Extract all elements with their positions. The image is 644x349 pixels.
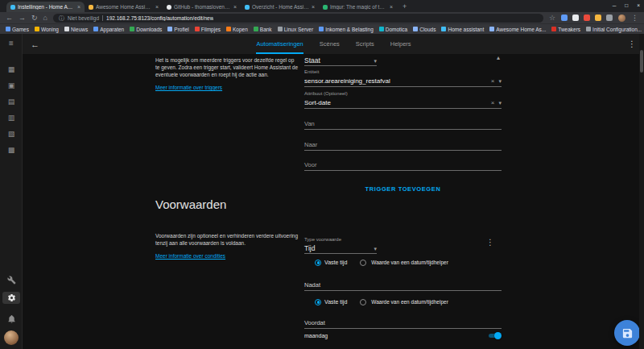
sidebar-item-icon[interactable]: ▣: [0, 77, 23, 93]
from-input[interactable]: Van: [304, 118, 502, 130]
condition-type-select[interactable]: Tijd ▾: [304, 243, 377, 254]
save-fab-button[interactable]: [614, 320, 640, 346]
weekday-toggle[interactable]: [488, 332, 502, 339]
sidebar-item-icon[interactable]: ▥: [0, 110, 23, 126]
window-maximize-button[interactable]: □: [625, 2, 628, 8]
trigger-info-link[interactable]: Meer informatie over triggers: [155, 85, 222, 90]
bookmark-item[interactable]: Profiel: [167, 27, 188, 32]
entity-value: sensor.areareiniging_restafval: [304, 77, 487, 85]
sidebar-item-icon[interactable]: ▩: [0, 142, 23, 158]
browser-tab-imgur[interactable]: Imgur: The magic of the Internet ×: [319, 2, 397, 12]
bookmark-item[interactable]: Domotica: [379, 27, 407, 32]
bookmark-item[interactable]: Initial Configuration...: [586, 27, 642, 32]
bookmark-item[interactable]: Games: [6, 27, 29, 32]
forward-button[interactable]: →: [19, 15, 26, 22]
developer-tools-icon[interactable]: [0, 276, 23, 285]
bookmark-item[interactable]: Kopen: [226, 27, 248, 32]
tab-scripts[interactable]: Scripts: [356, 34, 374, 54]
conditions-info-link[interactable]: Meer informatie over condities: [155, 253, 225, 259]
chevron-down-icon[interactable]: ▾: [498, 100, 502, 106]
left-text-column: Het is mogelijk om meerdere triggers voo…: [155, 54, 299, 349]
radio-datetime-helper[interactable]: [360, 260, 366, 266]
bookmark-item[interactable]: Awesome Home As...: [489, 27, 546, 32]
sidebar-menu-icon[interactable]: ≡: [0, 39, 23, 48]
window-minimize-button[interactable]: ─: [613, 2, 617, 8]
window-close-button[interactable]: ×: [637, 2, 640, 8]
after-input[interactable]: Nadat: [304, 280, 502, 291]
bookmark-label: Games: [12, 27, 29, 32]
chevron-down-icon[interactable]: ▾: [498, 78, 502, 84]
extension-icon[interactable]: [584, 15, 590, 21]
bookmark-label: Apparaten: [100, 27, 124, 32]
site-info-icon[interactable]: ⓘ: [59, 15, 64, 21]
address-bar[interactable]: ⓘ Niet beveiligd 192.168.2.75:8123/confi…: [53, 14, 543, 23]
reload-button[interactable]: ↻: [31, 15, 38, 22]
extension-icon[interactable]: [572, 15, 579, 21]
bookmarks-bar: Games Woning Nieuws Apparaten Downloads: [0, 23, 644, 34]
bookmark-star-icon[interactable]: ☆: [549, 15, 555, 22]
bookmark-item[interactable]: Clouds: [413, 27, 436, 32]
sidebar-nav-items: ▦ ▣ ▤ ▥ ▧ ▩: [0, 61, 23, 158]
entity-input[interactable]: sensor.areareiniging_restafval × ▾: [304, 76, 502, 87]
tab-scenes[interactable]: Scènes: [320, 34, 340, 54]
back-arrow-icon[interactable]: ←: [31, 39, 39, 49]
browser-profile-avatar[interactable]: [618, 15, 625, 22]
settings-gear-icon[interactable]: [2, 292, 20, 304]
for-input[interactable]: Voor: [304, 160, 502, 171]
scrollbar-thumb[interactable]: [640, 50, 643, 73]
tab-close-icon[interactable]: ×: [155, 4, 159, 10]
tab-close-icon[interactable]: ×: [77, 4, 80, 10]
browser-menu-icon[interactable]: ⋮: [631, 15, 638, 22]
clear-icon[interactable]: ×: [491, 100, 495, 106]
header-menu-icon[interactable]: ⋮: [628, 39, 636, 48]
clear-icon[interactable]: ×: [491, 78, 495, 85]
bookmark-item[interactable]: Nieuws: [64, 27, 88, 32]
condition-type-value: Tijd: [304, 244, 315, 252]
user-avatar[interactable]: [4, 330, 19, 345]
condition-menu-icon[interactable]: ⋮: [486, 238, 494, 247]
back-button[interactable]: ←: [6, 15, 13, 22]
radio-fixed-time-selected[interactable]: [315, 260, 321, 266]
tab-close-icon[interactable]: ×: [390, 4, 393, 10]
tab-close-icon[interactable]: ×: [312, 4, 315, 10]
home-assistant-favicon-icon: [245, 5, 250, 10]
bookmark-item[interactable]: Inkomen & Belasting: [319, 27, 374, 32]
radio-datetime-helper[interactable]: [360, 299, 366, 305]
notifications-bell-icon[interactable]: [0, 314, 23, 323]
bookmark-item[interactable]: Linux Server: [278, 27, 314, 32]
github-favicon-icon: [167, 5, 171, 10]
sidebar-item-icon[interactable]: ▤: [0, 93, 23, 110]
radio-fixed-time-selected[interactable]: [315, 299, 321, 305]
extension-icon[interactable]: [561, 15, 568, 21]
tab-close-icon[interactable]: ×: [233, 4, 237, 10]
add-trigger-button[interactable]: TRIGGER TOEVOEGEN: [304, 185, 502, 193]
extension-icon[interactable]: [606, 15, 613, 21]
conditions-heading: Voorwaarden: [155, 197, 299, 211]
bookmark-label: Tweakers: [558, 27, 580, 32]
home-assistant-app: ≡ ▦ ▣ ▤ ▥ ▧ ▩ ←: [0, 34, 644, 349]
tab-helpers[interactable]: Helpers: [390, 34, 411, 54]
bookmark-item[interactable]: Home assistant: [441, 27, 484, 32]
attribute-input[interactable]: Sort-date × ▾: [304, 98, 502, 109]
url-text[interactable]: 192.168.2.75:8123/config/automation/edit…: [106, 15, 213, 21]
tab-automatiseringen[interactable]: Automatiseringen: [256, 34, 303, 54]
bookmark-item[interactable]: Filmpjes: [195, 27, 221, 32]
sidebar-item-icon[interactable]: ▧: [0, 126, 23, 142]
browser-tab-awesome-ha[interactable]: Awesome Home Assistant ×: [85, 2, 163, 12]
browser-tab-overzicht[interactable]: Overzicht - Home Assistant ×: [241, 2, 319, 12]
browser-tab-github[interactable]: GitHub - thomasloven/lovelace-... ×: [163, 2, 241, 12]
bookmark-item[interactable]: Downloads: [130, 27, 162, 32]
sidebar-item-icon[interactable]: ▦: [0, 61, 23, 77]
bookmark-item[interactable]: Bank: [254, 27, 272, 32]
browser-tab-settings[interactable]: Instellingen - Home Assistant ×: [6, 2, 85, 12]
before-input[interactable]: Voordat: [304, 318, 502, 329]
home-button[interactable]: ⌂: [43, 15, 47, 22]
to-input[interactable]: Naar: [304, 139, 502, 151]
new-tab-button[interactable]: +: [402, 2, 407, 10]
bookmark-item[interactable]: Woning: [35, 27, 59, 32]
scrollbar[interactable]: [639, 34, 644, 349]
bookmark-item[interactable]: Apparaten: [93, 27, 124, 32]
extension-icon[interactable]: [595, 15, 601, 21]
bookmark-item[interactable]: Tweakers: [551, 27, 580, 32]
trigger-type-select[interactable]: Staat ▾: [304, 56, 377, 66]
